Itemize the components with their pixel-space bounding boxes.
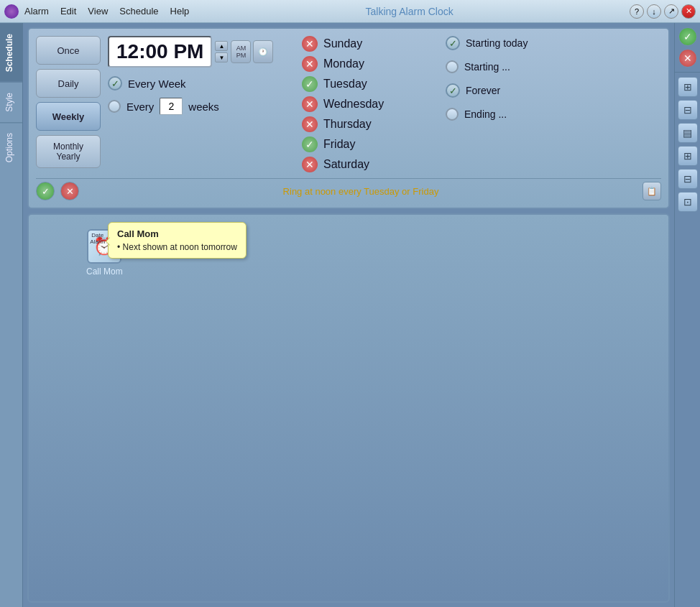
divider-1 [675,72,700,73]
starting-today-label: Starting today [466,37,528,49]
menu-help[interactable]: Help [170,6,190,17]
thursday-check[interactable]: ✕ [302,116,318,132]
wednesday-check[interactable]: ✕ [302,96,318,112]
saturday-label: Saturday [323,158,369,171]
content-area: Once Daily Weekly Monthly Yearly 12:00 P… [23,23,674,607]
schedule-bottom-bar: ✓ ✕ Ring at noon every Tuesday or Friday… [36,178,661,200]
schedule-top: Once Daily Weekly Monthly Yearly 12:00 P… [36,36,661,172]
schedule-panel: Once Daily Weekly Monthly Yearly 12:00 P… [27,27,670,209]
day-saturday[interactable]: ✕ Saturday [302,157,431,172]
every-week-radio[interactable]: ✓ [108,76,122,91]
alarm-tooltip: Call Mom • Next shown at noon tomorrow [108,222,247,259]
friday-label: Friday [323,138,355,151]
every-n-weeks-radio[interactable] [108,100,121,113]
every-week-option[interactable]: ✓ Every Week [108,76,295,91]
ending-radio[interactable] [446,108,459,121]
frequency-buttons: Once Daily Weekly Monthly Yearly [36,36,101,172]
starting-date-label: Starting ... [464,61,510,73]
time-down-arrow[interactable]: ▼ [215,52,228,62]
center-column: 12:00 PM ▲ ▼ AMPM 🕐 ✓ [108,36,295,172]
day-tuesday[interactable]: ✓ Tuesday [302,76,431,92]
every-n-weeks-option[interactable]: Every weeks [108,98,295,115]
right-icon-2[interactable]: ⊟ [678,100,698,120]
menu-alarm[interactable]: Alarm [24,6,49,17]
starting-date-radio[interactable] [446,60,459,73]
day-friday[interactable]: ✓ Friday [302,136,431,152]
forever-label: Forever [466,85,500,96]
tab-style[interactable]: Style [0,82,22,122]
day-monday[interactable]: ✕ Monday [302,56,431,72]
right-icon-3[interactable]: ▤ [678,123,698,143]
alarm-list-area: DateAlarm ⏰ Call Mom Call Mom • Next sho… [27,213,670,603]
starting-today-row[interactable]: ✓ Starting today [446,36,661,50]
time-picker[interactable]: 12:00 PM ▲ ▼ AMPM 🕐 [108,36,295,68]
starting-column: ✓ Starting today Starting ... ✓ Forever … [438,36,661,172]
ampm-toggle[interactable]: AMPM [231,40,251,63]
day-sunday[interactable]: ✕ Sunday [302,36,431,52]
forever-row[interactable]: ✓ Forever [446,83,661,98]
schedule-stop-button[interactable]: ✕ [60,182,79,200]
right-cross-icon[interactable]: ✕ [678,49,697,68]
right-icon-6[interactable]: ⊡ [678,192,698,212]
tooltip-title: Call Mom [117,228,237,239]
day-thursday[interactable]: ✕ Thursday [302,116,431,132]
right-icon-1[interactable]: ⊞ [678,77,698,97]
menu-schedule[interactable]: Schedule [119,6,158,17]
right-side-icons: ✓ ✕ ⊞ ⊟ ▤ ⊞ ⊟ ⊡ [674,23,700,607]
tuesday-check[interactable]: ✓ [302,76,318,92]
menu-bar[interactable]: Alarm Edit View Schedule Help [24,6,189,17]
freq-daily[interactable]: Daily [36,69,101,98]
freq-monthly-yearly[interactable]: Monthly Yearly [36,135,101,168]
weeks-input[interactable] [160,98,183,115]
weeks-label: weeks [188,101,219,113]
starting-today-radio[interactable]: ✓ [446,36,460,50]
ending-row[interactable]: Ending ... [446,108,661,121]
alarm-call-mom-label: Call Mom [86,267,123,277]
days-column: ✕ Sunday ✕ Monday ✓ Tuesday ✕ Wednesday [302,36,431,172]
wednesday-label: Wednesday [323,98,384,111]
saturday-check[interactable]: ✕ [302,157,318,172]
day-wednesday[interactable]: ✕ Wednesday [302,96,431,112]
time-arrows[interactable]: ▲ ▼ [215,41,228,62]
main-layout: Schedule Style Options Once Daily Weekly… [0,23,700,607]
app-logo [4,4,19,19]
schedule-status-text: Ring at noon every Tuesday or Friday [85,186,637,197]
freq-once[interactable]: Once [36,36,101,65]
right-check-icon[interactable]: ✓ [678,27,697,46]
menu-view[interactable]: View [88,6,108,17]
tuesday-label: Tuesday [323,78,367,91]
sunday-label: Sunday [323,37,362,50]
freq-weekly[interactable]: Weekly [36,102,101,131]
help-button[interactable]: ? [630,4,644,19]
close-button[interactable]: ✕ [681,4,696,19]
right-icon-4[interactable]: ⊞ [678,146,698,166]
tab-schedule[interactable]: Schedule [0,23,22,82]
minimize-button[interactable]: ↓ [647,4,661,19]
thursday-label: Thursday [323,118,372,131]
monday-check[interactable]: ✕ [302,56,318,72]
side-tabs: Schedule Style Options [0,23,23,607]
time-up-arrow[interactable]: ▲ [215,41,228,51]
tooltip-text: • Next shown at noon tomorrow [117,242,237,252]
clock-button[interactable]: 🕐 [253,40,273,63]
friday-check[interactable]: ✓ [302,136,318,152]
window-controls[interactable]: ? ↓ ↗ ✕ [630,4,696,19]
right-icon-5[interactable]: ⊟ [678,169,698,189]
sunday-check[interactable]: ✕ [302,36,318,52]
time-display: 12:00 PM [108,36,212,68]
menu-edit[interactable]: Edit [60,6,76,17]
starting-date-row[interactable]: Starting ... [446,60,661,73]
title-bar: Alarm Edit View Schedule Help Talking Al… [0,0,700,23]
every-week-label: Every Week [128,78,186,90]
schedule-play-button[interactable]: ✓ [36,182,55,200]
app-title: Talking Alarm Clock [189,6,630,17]
schedule-info-button[interactable]: 📋 [643,182,661,200]
tab-options[interactable]: Options [0,122,22,172]
forever-radio[interactable]: ✓ [446,83,460,98]
recurrence-options: ✓ Every Week Every weeks [108,76,295,115]
restore-button[interactable]: ↗ [664,4,678,19]
every-label: Every [126,101,154,113]
time-extra-buttons[interactable]: AMPM 🕐 [231,40,273,63]
ending-label: Ending ... [464,108,507,120]
monday-label: Monday [323,57,364,70]
